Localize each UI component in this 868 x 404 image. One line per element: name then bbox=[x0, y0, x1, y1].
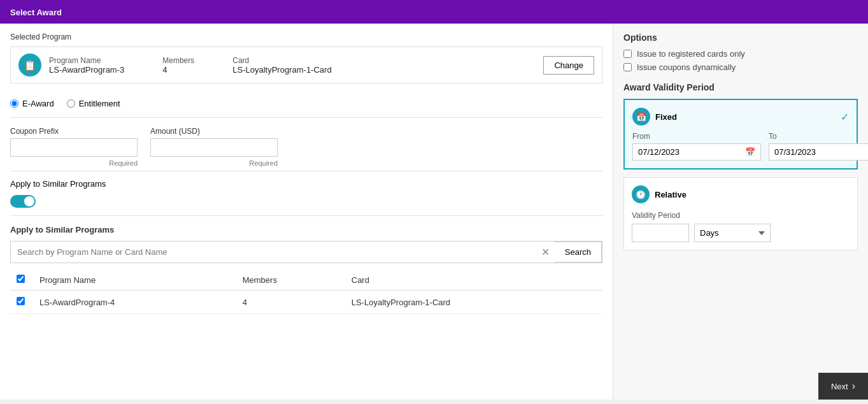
fixed-label: Fixed bbox=[655, 112, 677, 122]
award-type-row: E-Award Entitlement bbox=[10, 92, 602, 118]
issue-registered-label: Issue to registered cards only bbox=[637, 49, 745, 59]
card-label: Card bbox=[232, 56, 331, 65]
issue-registered-checkbox[interactable] bbox=[623, 50, 632, 58]
row-members: 4 bbox=[236, 291, 345, 314]
apply-similar-heading: Apply to Similar Programs bbox=[10, 225, 602, 234]
amount-group: Amount (USD) Required bbox=[150, 127, 278, 167]
members-group: Members 4 bbox=[162, 56, 194, 75]
e-award-label: E-Award bbox=[22, 99, 54, 108]
entitlement-label: Entitlement bbox=[79, 99, 120, 108]
row-checkbox[interactable] bbox=[17, 297, 25, 305]
col-card: Card bbox=[345, 270, 602, 291]
search-input[interactable] bbox=[11, 242, 536, 262]
to-date-group: To 07/31/2023 📅 bbox=[769, 132, 868, 161]
relative-header: 🕐 Relative bbox=[632, 185, 850, 203]
to-date-input[interactable]: 07/31/2023 bbox=[774, 147, 868, 157]
left-panel: Selected Program 📋 Program Name LS-Award… bbox=[0, 24, 613, 400]
col-program-name: Program Name bbox=[33, 270, 236, 291]
apply-similar-toggle-row: Apply to Similar Programs bbox=[10, 179, 602, 189]
entitlement-radio[interactable] bbox=[67, 99, 75, 108]
right-panel: Options Issue to registered cards only I… bbox=[613, 24, 868, 400]
validity-period-input[interactable] bbox=[632, 224, 689, 242]
to-date-input-wrap: 07/31/2023 📅 bbox=[769, 143, 868, 161]
from-label: From bbox=[632, 132, 761, 141]
relative-validity-card: 🕐 Relative Validity Period Days Weeks Mo… bbox=[623, 177, 858, 250]
coupon-prefix-label: Coupon Prefix bbox=[10, 127, 138, 136]
coupon-amount-row: Coupon Prefix Required Amount (USD) Requ… bbox=[10, 127, 602, 167]
clear-search-button[interactable]: ✕ bbox=[536, 246, 555, 258]
from-date-group: From 07/12/2023 📅 bbox=[632, 132, 761, 161]
table-row: LS-AwardProgram-4 4 LS-LoyaltyProgram-1-… bbox=[10, 291, 602, 314]
next-button[interactable]: Next › bbox=[818, 373, 868, 400]
relative-label: Relative bbox=[655, 190, 687, 199]
e-award-radio-label[interactable]: E-Award bbox=[10, 99, 54, 108]
amount-label: Amount (USD) bbox=[150, 127, 278, 136]
program-card: 📋 Program Name LS-AwardProgram-3 Members… bbox=[10, 47, 602, 83]
programs-table: Program Name Members Card LS-AwardProgra… bbox=[10, 270, 602, 314]
next-arrow-icon: › bbox=[852, 380, 855, 392]
modal-header: Select Award bbox=[0, 0, 868, 24]
amount-required-text: Required bbox=[150, 159, 278, 167]
fixed-card-header: 📅 Fixed ✓ bbox=[632, 108, 849, 126]
apply-similar-toggle[interactable] bbox=[10, 195, 36, 208]
issue-dynamic-row: Issue coupons dynamically bbox=[623, 62, 858, 72]
validity-period-row: Days Weeks Months bbox=[632, 224, 850, 242]
validity-title: Award Validity Period bbox=[623, 82, 858, 92]
change-button[interactable]: Change bbox=[543, 56, 594, 75]
members-value: 4 bbox=[162, 65, 194, 75]
entitlement-radio-label[interactable]: Entitlement bbox=[67, 99, 120, 108]
from-calendar-icon[interactable]: 📅 bbox=[745, 147, 755, 157]
apply-similar-section: Apply to Similar Programs ✕ Search Progr… bbox=[10, 225, 602, 314]
card-value: LS-LoyaltyProgram-1-Card bbox=[232, 65, 331, 75]
row-card: LS-LoyaltyProgram-1-Card bbox=[345, 291, 602, 314]
from-date-input[interactable]: 07/12/2023 bbox=[638, 147, 745, 157]
fixed-icon: 📅 bbox=[632, 108, 650, 126]
e-award-radio[interactable] bbox=[10, 99, 18, 108]
program-name-group: Program Name LS-AwardProgram-3 bbox=[49, 56, 124, 75]
fixed-title: 📅 Fixed bbox=[632, 108, 677, 126]
modal-title: Select Award bbox=[10, 8, 62, 17]
issue-registered-row: Issue to registered cards only bbox=[623, 49, 858, 59]
program-name-label: Program Name bbox=[49, 56, 124, 65]
award-validity-section: Award Validity Period 📅 Fixed ✓ From 07/… bbox=[623, 82, 858, 250]
col-members: Members bbox=[236, 270, 345, 291]
amount-input[interactable] bbox=[150, 138, 278, 157]
options-section: Options Issue to registered cards only I… bbox=[623, 32, 858, 72]
program-name-value: LS-AwardProgram-3 bbox=[49, 65, 124, 75]
fixed-check-icon: ✓ bbox=[841, 111, 849, 123]
selected-program-label: Selected Program bbox=[10, 32, 602, 41]
select-all-checkbox[interactable] bbox=[17, 275, 25, 283]
members-label: Members bbox=[162, 56, 194, 65]
card-group: Card LS-LoyaltyProgram-1-Card bbox=[232, 56, 331, 75]
program-details: Program Name LS-AwardProgram-3 Members 4… bbox=[49, 56, 536, 75]
fixed-validity-card: 📅 Fixed ✓ From 07/12/2023 📅 To bbox=[623, 99, 858, 170]
issue-dynamic-label: Issue coupons dynamically bbox=[637, 62, 736, 72]
coupon-required-text: Required bbox=[10, 159, 138, 167]
coupon-prefix-group: Coupon Prefix Required bbox=[10, 127, 138, 167]
coupon-prefix-input[interactable] bbox=[10, 138, 138, 157]
search-button[interactable]: Search bbox=[555, 242, 602, 263]
program-icon: 📋 bbox=[18, 54, 41, 76]
next-label: Next bbox=[831, 382, 848, 391]
validity-period-label: Validity Period bbox=[632, 211, 850, 220]
validity-days-select[interactable]: Days Weeks Months bbox=[694, 224, 771, 242]
relative-icon: 🕐 bbox=[632, 185, 650, 203]
apply-similar-toggle-label: Apply to Similar Programs bbox=[10, 179, 106, 189]
row-program-name: LS-AwardProgram-4 bbox=[33, 291, 236, 314]
from-date-input-wrap: 07/12/2023 📅 bbox=[632, 143, 761, 161]
date-row: From 07/12/2023 📅 To 07/31/2023 📅 bbox=[632, 132, 849, 161]
issue-dynamic-checkbox[interactable] bbox=[623, 63, 632, 71]
to-label: To bbox=[769, 132, 868, 141]
options-title: Options bbox=[623, 32, 858, 43]
search-bar: ✕ Search bbox=[10, 241, 602, 263]
